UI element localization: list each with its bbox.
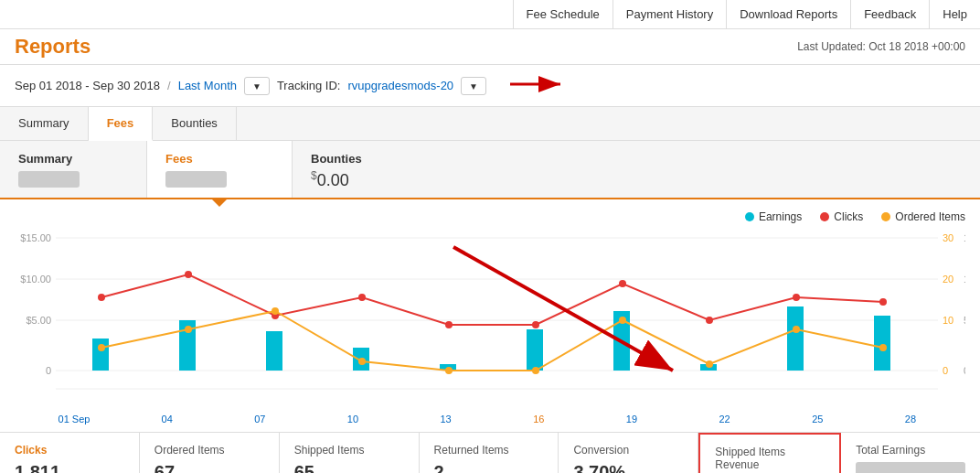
col-ordered-label: Ordered Items (154, 444, 264, 457)
tracking-label: Tracking ID: (277, 79, 341, 92)
panel-fees-title: Fees (165, 152, 273, 166)
clicks-dot (820, 212, 829, 221)
period-dropdown[interactable] (244, 77, 270, 95)
svg-text:$10.00: $10.00 (20, 274, 51, 285)
col-conversion-value: 3.70% (573, 462, 683, 473)
x-label-04: 04 (149, 414, 186, 425)
svg-point-44 (532, 367, 539, 374)
svg-point-36 (706, 317, 713, 324)
svg-point-46 (706, 360, 713, 368)
panel-summary-title: Summary (18, 152, 128, 166)
svg-text:20: 20 (943, 274, 953, 285)
col-clicks-label: Clicks (15, 444, 124, 457)
chart-svg: $15.00 $10.00 $5.00 0 30 20 10 0 150 100… (15, 229, 965, 412)
svg-rect-19 (92, 339, 109, 371)
col-returned: Returned Items 2 (420, 433, 559, 473)
svg-point-33 (445, 321, 453, 328)
svg-point-45 (619, 317, 626, 324)
chart-area: Earnings Clicks Ordered Items $15.00 $10… (0, 199, 980, 428)
svg-rect-28 (874, 316, 890, 371)
bounties-cents: 0 (317, 171, 326, 189)
tracking-dropdown[interactable] (461, 77, 486, 95)
col-returned-value: 2 (434, 462, 544, 473)
tab-panels: Summary Fees Bounties $0.00 (0, 141, 980, 199)
col-conversion-label: Conversion (573, 444, 683, 457)
ordered-label: Ordered Items (895, 210, 965, 223)
period-link[interactable]: Last Month (178, 79, 237, 92)
col-total-value (856, 462, 965, 473)
bounties-dollar: $ (311, 169, 317, 182)
legend-earnings: Earnings (745, 210, 802, 223)
svg-point-47 (793, 326, 800, 333)
col-revenue-label: Shipped Items Revenue (715, 446, 825, 471)
svg-rect-24 (527, 329, 543, 371)
nav-download-reports[interactable]: Download Reports (726, 0, 850, 28)
svg-text:$5.00: $5.00 (26, 315, 51, 326)
panel-bounties: Bounties $0.00 (293, 141, 439, 198)
page-title: Reports (15, 35, 91, 59)
col-ordered: Ordered Items 67 (140, 433, 280, 473)
separator: / (167, 79, 171, 92)
svg-point-35 (619, 280, 626, 287)
svg-text:50: 50 (964, 315, 965, 326)
svg-point-32 (358, 294, 366, 301)
svg-point-38 (879, 298, 887, 306)
svg-point-40 (185, 326, 192, 333)
col-conversion: Conversion 3.70% (559, 433, 698, 473)
col-shipped-label: Shipped Items (294, 444, 404, 457)
arrow-annotation (501, 70, 574, 98)
chart-wrapper: $15.00 $10.00 $5.00 0 30 20 10 0 150 100… (15, 229, 965, 412)
clicks-label: Clicks (834, 210, 863, 223)
panel-summary-value (18, 171, 80, 188)
svg-point-48 (879, 344, 887, 351)
col-total: Total Earnings (841, 433, 980, 473)
nav-payment-history[interactable]: Payment History (612, 0, 726, 28)
col-revenue: Shipped Items Revenue $1,338.97 (698, 433, 841, 473)
nav-feedback[interactable]: Feedback (850, 0, 929, 28)
svg-point-43 (445, 367, 453, 374)
svg-point-37 (793, 294, 800, 301)
svg-rect-21 (266, 331, 282, 371)
col-ordered-value: 67 (154, 462, 264, 473)
page-header: Reports Last Updated: Oct 18 2018 +00:00 (0, 29, 980, 65)
svg-text:0: 0 (943, 365, 948, 376)
x-label-25: 25 (799, 414, 836, 425)
col-clicks-value: 1,811 (15, 462, 124, 473)
svg-text:$15.00: $15.00 (20, 232, 51, 243)
col-shipped: Shipped Items 65 (280, 433, 420, 473)
x-label-13: 13 (428, 414, 464, 425)
tracking-id[interactable]: rvupgradesmods-20 (347, 79, 453, 92)
panel-fees: Fees (146, 141, 293, 198)
svg-text:0: 0 (964, 365, 965, 376)
nav-fee-schedule[interactable]: Fee Schedule (513, 0, 612, 28)
panel-summary: Summary (0, 141, 146, 198)
legend-ordered: Ordered Items (881, 210, 965, 223)
svg-text:100: 100 (964, 274, 965, 285)
x-label-19: 19 (613, 414, 650, 425)
x-label-10: 10 (335, 414, 371, 425)
svg-text:0: 0 (46, 365, 51, 376)
legend-clicks: Clicks (820, 210, 863, 223)
col-clicks: Clicks 1,811 (0, 433, 140, 473)
x-label-07: 07 (241, 414, 278, 425)
svg-point-30 (185, 271, 192, 278)
x-axis: 01 Sep 04 07 10 13 16 19 22 25 28 (15, 412, 965, 428)
tabs-row: Summary Fees Bounties (0, 107, 980, 141)
x-label-01sep: 01 Sep (56, 414, 92, 425)
nav-help[interactable]: Help (929, 0, 980, 28)
svg-text:150: 150 (964, 232, 965, 243)
earnings-dot (745, 212, 754, 221)
tab-summary[interactable]: Summary (0, 107, 89, 140)
bounties-decimals: .00 (326, 171, 349, 189)
x-label-16: 16 (520, 414, 557, 425)
tab-bounties[interactable]: Bounties (153, 107, 237, 140)
col-returned-label: Returned Items (434, 444, 544, 457)
svg-rect-27 (787, 306, 804, 371)
panel-fees-value (165, 171, 227, 188)
tab-fees[interactable]: Fees (89, 107, 154, 141)
chart-legend: Earnings Clicks Ordered Items (15, 210, 965, 223)
svg-text:30: 30 (943, 232, 953, 243)
svg-text:10: 10 (943, 315, 953, 326)
x-label-28: 28 (892, 414, 929, 425)
earnings-label: Earnings (759, 210, 802, 223)
